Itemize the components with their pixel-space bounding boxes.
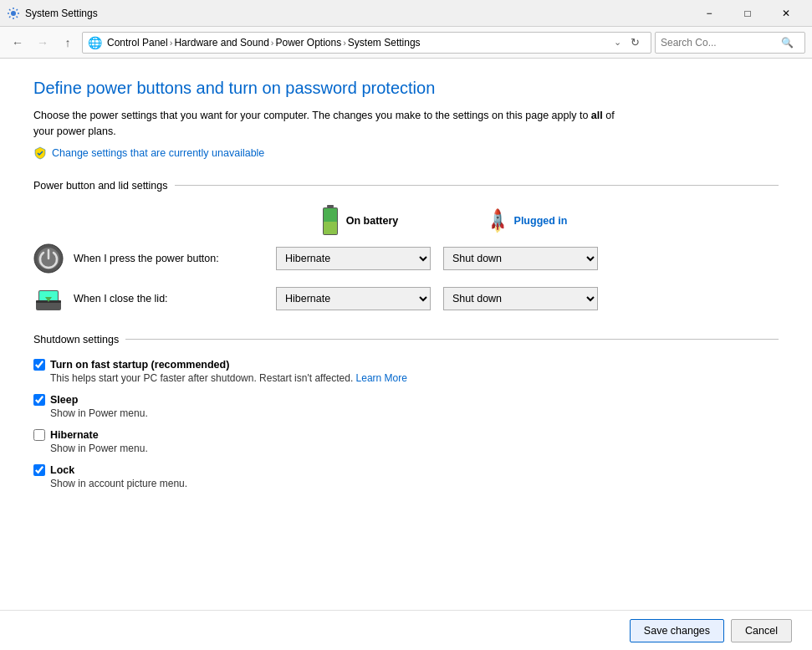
sleep-text: Sleep xyxy=(50,394,78,406)
section-divider xyxy=(175,185,779,186)
sep2: › xyxy=(271,38,274,48)
fast-startup-desc-text: This helps start your PC faster after sh… xyxy=(50,372,353,384)
lid-plugged-dropdown-container: Do nothing Sleep Hibernate Shut down xyxy=(443,287,610,310)
change-settings-link[interactable]: Change settings that are currently unava… xyxy=(52,147,264,159)
lock-text: Lock xyxy=(50,464,74,476)
fast-startup-desc: This helps start your PC faster after sh… xyxy=(50,372,779,384)
refresh-button[interactable]: ↻ xyxy=(624,32,646,54)
power-button-row: When I press the power button: Do nothin… xyxy=(33,243,779,274)
desc-bold: all xyxy=(591,110,603,121)
col-empty xyxy=(33,205,276,237)
globe-icon: 🌐 xyxy=(88,36,102,49)
power-col-headers: On battery 🚀 Plugged in xyxy=(33,205,779,237)
lock-checkbox[interactable] xyxy=(33,464,45,476)
forward-button[interactable]: → xyxy=(32,32,54,54)
titlebar-controls: − □ ✕ xyxy=(690,0,805,27)
power-button-text: When I press the power button: xyxy=(74,253,219,264)
sep3: › xyxy=(343,38,346,48)
sleep-desc: Show in Power menu. xyxy=(50,407,779,419)
maximize-button[interactable]: □ xyxy=(728,0,767,27)
power-battery-dropdown[interactable]: Do nothing Sleep Hibernate Shut down xyxy=(276,247,431,270)
save-changes-button[interactable]: Save changes xyxy=(630,619,724,642)
description: Choose the power settings that you want … xyxy=(33,108,619,140)
bottom-bar: Save changes Cancel xyxy=(0,610,812,650)
sep1: › xyxy=(170,38,173,48)
shutdown-section: Shutdown settings Turn on fast startup (… xyxy=(33,334,779,489)
shutdown-section-title: Shutdown settings xyxy=(33,334,119,345)
learn-more-link[interactable]: Learn More xyxy=(356,372,407,384)
lock-desc: Show in account picture menu. xyxy=(50,478,779,489)
breadcrumb-controlpanel[interactable]: Control Panel xyxy=(107,37,168,49)
titlebar-icon xyxy=(7,7,20,20)
battery-label: On battery xyxy=(346,215,399,227)
hibernate-item: Hibernate Show in Power menu. xyxy=(33,429,779,454)
hibernate-desc: Show in Power menu. xyxy=(50,443,779,454)
search-input[interactable] xyxy=(661,37,778,49)
breadcrumb-hardwareandsound[interactable]: Hardware and Sound xyxy=(174,37,268,49)
shield-icon xyxy=(33,146,47,160)
back-button[interactable]: ← xyxy=(7,32,28,54)
power-plugged-dropdown-container: Do nothing Sleep Hibernate Shut down xyxy=(443,247,610,270)
col-header-plugged: 🚀 Plugged in xyxy=(443,205,610,237)
power-plugged-dropdown[interactable]: Do nothing Sleep Hibernate Shut down xyxy=(443,247,598,270)
lid-row: When I close the lid: Do nothing Sleep H… xyxy=(33,284,779,314)
breadcrumb-systemsettings[interactable]: System Settings xyxy=(348,37,421,49)
fast-startup-text: Turn on fast startup (recommended) xyxy=(50,359,229,371)
power-button-icon xyxy=(33,243,64,274)
lid-battery-dropdown-container: Do nothing Sleep Hibernate Shut down xyxy=(276,287,443,310)
svg-rect-1 xyxy=(327,205,334,207)
sleep-checkbox[interactable] xyxy=(33,394,45,406)
up-button[interactable]: ↑ xyxy=(57,32,79,54)
content-panel: Define power buttons and turn on passwor… xyxy=(0,59,812,650)
svg-point-0 xyxy=(11,11,16,16)
close-button[interactable]: ✕ xyxy=(767,0,805,27)
change-settings-link-container: Change settings that are currently unava… xyxy=(33,146,779,160)
power-section-title: Power button and lid settings xyxy=(33,180,168,192)
hibernate-checkbox[interactable] xyxy=(33,429,45,441)
page-title: Define power buttons and turn on passwor… xyxy=(33,79,779,98)
power-settings-table: On battery 🚀 Plugged in xyxy=(33,205,779,314)
lid-text: When I close the lid: xyxy=(74,293,168,305)
power-section-header: Power button and lid settings xyxy=(33,180,779,192)
power-button-label: When I press the power button: xyxy=(33,243,276,274)
svg-rect-4 xyxy=(324,222,337,234)
titlebar: System Settings − □ ✕ xyxy=(0,0,812,27)
hibernate-label[interactable]: Hibernate xyxy=(33,429,779,441)
battery-icon xyxy=(321,205,340,237)
search-icon: 🔍 xyxy=(781,37,794,49)
lid-plugged-dropdown[interactable]: Do nothing Sleep Hibernate Shut down xyxy=(443,287,598,310)
breadcrumb: Control Panel › Hardware and Sound › Pow… xyxy=(107,37,610,49)
fast-startup-label[interactable]: Turn on fast startup (recommended) xyxy=(33,359,779,371)
cancel-button[interactable]: Cancel xyxy=(731,619,792,642)
hibernate-text: Hibernate xyxy=(50,429,99,441)
shutdown-section-divider xyxy=(125,339,779,340)
lock-label[interactable]: Lock xyxy=(33,464,779,476)
desc-text1: Choose the power settings that you want … xyxy=(33,110,591,121)
plugged-label: Plugged in xyxy=(514,215,568,227)
lid-battery-dropdown[interactable]: Do nothing Sleep Hibernate Shut down xyxy=(276,287,431,310)
addressbar: ← → ↑ 🌐 Control Panel › Hardware and Sou… xyxy=(0,27,812,59)
main-container: Define power buttons and turn on passwor… xyxy=(0,59,812,650)
address-box: 🌐 Control Panel › Hardware and Sound › P… xyxy=(82,32,651,54)
power-battery-dropdown-container: Do nothing Sleep Hibernate Shut down xyxy=(276,247,443,270)
minimize-button[interactable]: − xyxy=(690,0,728,27)
lock-item: Lock Show in account picture menu. xyxy=(33,464,779,489)
sleep-item: Sleep Show in Power menu. xyxy=(33,394,779,419)
address-chevron[interactable]: ⌄ xyxy=(610,36,624,49)
breadcrumb-poweroptions[interactable]: Power Options xyxy=(275,37,341,49)
shutdown-section-header: Shutdown settings xyxy=(33,334,779,345)
lid-label: When I close the lid: xyxy=(33,284,276,314)
rocket-icon: 🚀 xyxy=(483,206,512,235)
col-header-battery: On battery xyxy=(276,205,443,237)
fast-startup-item: Turn on fast startup (recommended) This … xyxy=(33,359,779,384)
lid-icon xyxy=(33,284,64,314)
search-box[interactable]: 🔍 xyxy=(655,32,805,54)
titlebar-title: System Settings xyxy=(25,8,690,19)
sleep-label[interactable]: Sleep xyxy=(33,394,779,406)
fast-startup-checkbox[interactable] xyxy=(33,359,45,371)
